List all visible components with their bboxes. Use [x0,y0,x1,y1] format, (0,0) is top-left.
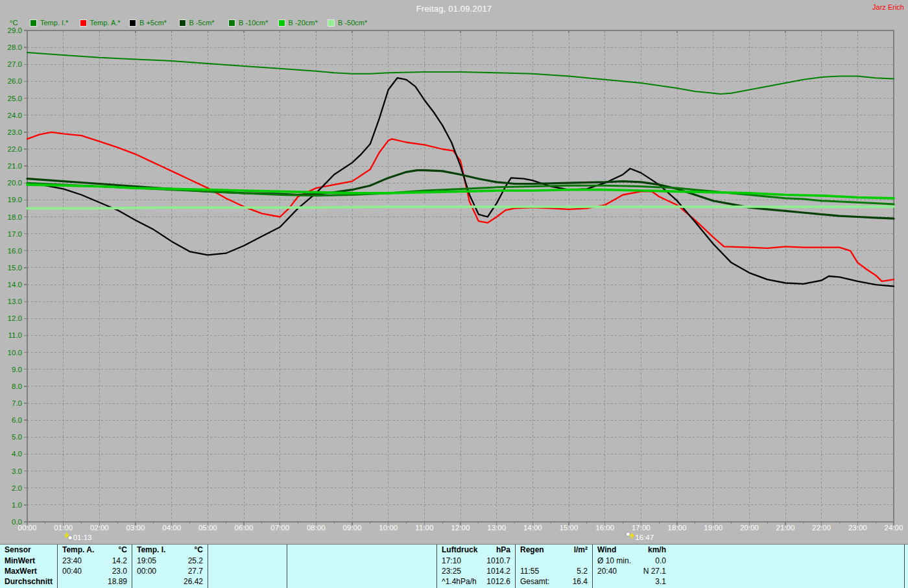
x-tick-label: 06:00 [235,524,254,532]
table-row: 26.42 [132,576,208,587]
cell-value: l/m² [574,545,588,554]
table-row: 18.89 [58,576,132,587]
y-tick-label: 29.0 [8,27,22,34]
y-tick-label: 9.0 [12,366,22,373]
cell-value: 0.0 [655,556,666,565]
x-tick-label: 03:00 [126,524,145,532]
table-row [287,566,436,576]
table-header-row: LuftdruckhPa [437,545,515,555]
x-tick-label: 16:00 [595,524,614,532]
moon-icon [626,532,630,536]
table-row: 00:4023.0 [58,566,132,576]
x-tick-label: 09:00 [343,524,362,532]
table-row [516,555,592,565]
x-tick-label: 14:00 [523,524,542,532]
moonset-arrow-icon [65,532,69,537]
table-column-temp-i: Temp. I.°C19:0525.200:0027.726.42 [132,545,208,588]
x-tick-label: 12:00 [451,524,470,532]
x-tick-label: 18:00 [668,524,687,532]
cell-time: 00:40 [62,567,82,576]
x-tick-label: 00:00 [18,524,37,532]
table-header-row: Windkm/h [593,545,671,555]
y-tick-label: 3.0 [12,467,22,475]
table-column-regen: Regenl/m²11:555.2Gesamt:16.4 [515,545,592,588]
y-tick-label: 5.0 [12,433,22,441]
cell-value: 26.42 [184,577,203,586]
y-tick-label: 21.0 [8,162,22,170]
table-row-label: MinWert [0,555,57,565]
cell-time: Temp. A. [62,545,94,554]
table-header-row [208,545,287,555]
y-tick-label: 15.0 [8,264,22,272]
x-tick-label: 05:00 [198,524,217,532]
y-tick-label: 2.0 [12,484,22,492]
y-tick-label: 7.0 [12,399,22,407]
y-tick-label: 1.0 [12,501,22,509]
table-row-label: MaxWert [0,566,57,576]
cell-time: Luftdruck [442,545,477,554]
y-tick-label: 28.0 [8,43,22,51]
temperature-chart: 29.028.027.026.025.024.023.022.021.020.0… [0,0,908,543]
y-tick-label: 6.0 [12,416,22,424]
y-tick-label: 20.0 [8,179,22,187]
cell-value: °C [119,545,127,554]
cell-time: ^1.4hPa/h [442,577,477,586]
cell-time: Ø 10 min. [597,556,631,565]
y-tick-label: 24.0 [8,112,22,119]
x-tick-label: 13:00 [487,524,506,532]
table-row-labels-column: SensorMinWertMaxWertDurchschnitt [0,545,57,588]
cell-value: 3.1 [655,577,666,586]
cell-value: 1010.7 [486,556,510,565]
table-header-row: Temp. A.°C [58,545,132,555]
y-tick-label: 4.0 [12,450,22,458]
weather-app-window: Freitag, 01.09.2017 Jarz Erich °C Temp. … [0,0,908,588]
x-tick-label: 20:00 [740,524,759,532]
cell-value: 5.2 [577,567,588,576]
y-tick-label: 27.0 [8,60,22,68]
x-tick-label: 02:00 [90,524,109,532]
table-row [208,566,287,576]
x-tick-label: 21:00 [776,524,795,532]
y-tick-label: 19.0 [8,196,22,204]
row-label-text: Durchschnitt [5,577,53,586]
cell-time: Regen [520,545,544,554]
table-row: Ø 10 min.0.0 [593,555,671,565]
x-tick-label: 11:00 [415,524,433,532]
y-tick-label: 17.0 [8,230,22,238]
cell-value: °C [195,545,203,554]
table-column-luftdruck: LuftdruckhPa17:101010.723:251014.2^1.4hP… [436,545,515,588]
table-row-label: Sensor [0,545,57,555]
table-row: Gesamt:16.4 [516,576,592,587]
cell-time: Wind [597,545,616,554]
cell-value: 27.7 [188,567,203,576]
y-tick-label: 18.0 [8,213,22,221]
cell-value: 1014.2 [486,567,510,576]
y-tick-label: 11.0 [8,331,22,339]
y-tick-label: 23.0 [8,128,22,136]
x-tick-label: 10:00 [379,524,398,532]
cell-value: 16.4 [573,577,588,586]
y-tick-label: 13.0 [8,298,22,305]
table-row: 11:555.2 [516,566,592,576]
marker-time-label: 01:13 [73,534,92,541]
x-tick-label: 08:00 [307,524,326,532]
cell-time: 23:40 [62,556,82,565]
moon-icon [68,535,72,539]
table-row: 19:0525.2 [132,555,208,565]
y-tick-label: 22.0 [8,145,22,153]
cell-time: 20:40 [597,567,617,576]
row-label-text: Sensor [5,545,31,554]
y-tick-label: 16.0 [8,247,22,255]
x-tick-label: 07:00 [270,524,289,532]
cell-value: 23.0 [112,567,127,576]
x-tick-label: 22:00 [812,524,831,532]
y-tick-label: 14.0 [8,281,22,288]
cell-time: 17:10 [442,556,461,565]
table-row: 20:40N 27.1 [593,566,671,576]
cell-value: N 27.1 [643,567,666,576]
row-label-text: MaxWert [5,567,37,576]
table-column-empty [287,545,436,588]
table-column-wind: Windkm/hØ 10 min.0.020:40N 27.13.1 [592,545,905,588]
moonrise-arrow-icon [630,534,634,539]
table-row [208,576,287,587]
